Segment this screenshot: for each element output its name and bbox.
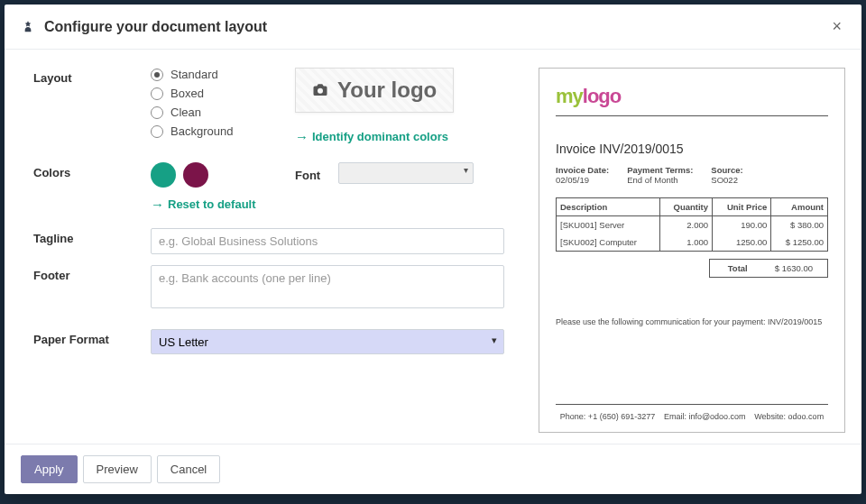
preview-footer: Phone: +1 (650) 691-3277 Email: info@odo… bbox=[556, 404, 828, 421]
layout-label: Layout bbox=[33, 68, 151, 85]
tagline-label: Tagline bbox=[33, 228, 151, 245]
reset-colors-link[interactable]: → Reset to default bbox=[151, 197, 256, 212]
apply-button[interactable]: Apply bbox=[21, 455, 78, 483]
modal-footer: Apply Preview Cancel bbox=[5, 444, 861, 494]
arrow-right-icon: → bbox=[295, 129, 309, 144]
radio-icon bbox=[151, 69, 163, 81]
logo-upload[interactable]: Your logo bbox=[295, 68, 454, 113]
modal-title: Configure your document layout bbox=[44, 19, 828, 35]
configure-layout-modal: Configure your document layout × Layout … bbox=[5, 5, 861, 494]
cancel-button[interactable]: Cancel bbox=[157, 455, 220, 483]
settings-icon bbox=[21, 20, 35, 34]
document-preview: mylogo Invoice INV/2019/0015 Invoice Dat… bbox=[539, 68, 845, 433]
layout-radio-clean[interactable]: Clean bbox=[151, 105, 277, 119]
close-button[interactable]: × bbox=[828, 17, 845, 36]
footer-label: Footer bbox=[33, 265, 151, 282]
color-swatch-primary[interactable] bbox=[151, 162, 176, 188]
preview-button[interactable]: Preview bbox=[83, 455, 152, 483]
tagline-input[interactable] bbox=[151, 228, 504, 254]
preview-logo: mylogo bbox=[556, 85, 828, 108]
arrow-right-icon: → bbox=[151, 197, 164, 212]
logo-placeholder-text: Your logo bbox=[337, 78, 437, 103]
layout-radio-background[interactable]: Background bbox=[151, 124, 277, 138]
layout-radio-boxed[interactable]: Boxed bbox=[151, 87, 277, 100]
table-row: [SKU001] Server 2.000 190.00 $ 380.00 bbox=[557, 216, 828, 234]
color-swatch-secondary[interactable] bbox=[183, 162, 208, 188]
layout-options: Standard Boxed Clean bbox=[151, 68, 277, 143]
modal-header: Configure your document layout × bbox=[5, 5, 861, 50]
colors-label: Colors bbox=[33, 162, 151, 179]
preview-communication: Please use the following communication f… bbox=[556, 278, 828, 326]
footer-input[interactable] bbox=[151, 265, 504, 308]
radio-icon bbox=[151, 106, 163, 119]
table-row: [SKU002] Computer 1.000 1250.00 $ 1250.0… bbox=[557, 234, 828, 252]
divider bbox=[556, 115, 828, 116]
preview-invoice-title: Invoice INV/2019/0015 bbox=[556, 142, 828, 156]
identify-colors-link[interactable]: → Identify dominant colors bbox=[295, 129, 448, 144]
font-select[interactable] bbox=[338, 162, 474, 184]
preview-total: Total $ 1630.00 bbox=[709, 259, 828, 278]
layout-radio-standard[interactable]: Standard bbox=[151, 68, 277, 81]
preview-line-items: Description Quantity Unit Price Amount [… bbox=[556, 197, 828, 252]
camera-icon bbox=[312, 82, 328, 98]
preview-meta: Invoice Date: 02/05/19 Payment Terms: En… bbox=[556, 165, 828, 185]
paper-format-select[interactable]: US Letter bbox=[151, 329, 504, 354]
font-label: Font bbox=[295, 165, 320, 182]
paper-format-label: Paper Format bbox=[33, 329, 151, 346]
radio-icon bbox=[151, 87, 163, 100]
radio-icon bbox=[151, 125, 163, 138]
